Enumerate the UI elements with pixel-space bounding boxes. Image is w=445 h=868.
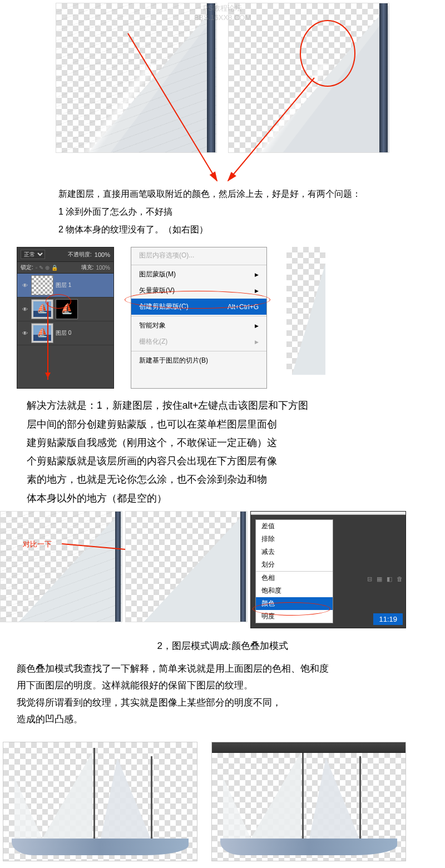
- step-2-caption: 2，图层模式调成:颜色叠加模式: [0, 628, 445, 660]
- sail-closeup-left: [56, 3, 217, 153]
- menu-item-rasterize: 栅格化(Z)▶: [131, 334, 266, 350]
- icon[interactable]: ▦: [377, 576, 382, 583]
- sail-compare-right: [125, 511, 248, 622]
- boat-result-right: [211, 742, 406, 861]
- photoshop-ui-section: 正常 不透明度: 100% 锁定: ▫ ✎ ⊕ 🔒 填充: 100% 👁 图层 …: [0, 247, 445, 389]
- layer-row-0[interactable]: 👁 图层 0: [17, 321, 113, 345]
- layers-panel: 正常 不透明度: 100% 锁定: ▫ ✎ ⊕ 🔒 填充: 100% 👁 图层 …: [17, 247, 114, 389]
- layer-thumb[interactable]: [31, 275, 53, 295]
- menu-item-layer-mask[interactable]: 图层蒙版(M)▶: [131, 266, 266, 282]
- layers-panel-header: 正常 不透明度: 100%: [17, 247, 113, 262]
- shortcut: Alt+Ctrl+G: [228, 303, 259, 311]
- blend-item-subtract[interactable]: 减去: [256, 545, 333, 558]
- menu-item-smart-object[interactable]: 智能对象▶: [131, 318, 266, 334]
- menu-item-vector-mask[interactable]: 矢量蒙版(V)▶: [131, 282, 266, 299]
- layer-name: 图层 1: [56, 281, 71, 289]
- red-circle-annotation: [300, 20, 355, 87]
- opacity-label: 不透明度:: [68, 251, 92, 259]
- compare-images-row: 对比一下 差值 排除 减去 划分 色相 饱和度 颜色 明度 ⊟ ▦ ◧ 🗑 11…: [0, 511, 445, 628]
- visibility-icon[interactable]: 👁: [21, 329, 29, 337]
- submenu-arrow-icon: ▶: [255, 323, 259, 329]
- layer-name: 图层 0: [56, 329, 71, 337]
- compare-annotation: 对比一下: [23, 539, 52, 549]
- red-arrow-annotation: [47, 302, 48, 380]
- blend-item-hue[interactable]: 色相: [256, 572, 333, 584]
- visibility-icon[interactable]: 👁: [21, 281, 29, 289]
- blend-mode-select[interactable]: 正常: [21, 250, 45, 259]
- layer-row-1[interactable]: 👁 图层 1: [17, 274, 113, 297]
- icon[interactable]: ◧: [387, 576, 392, 583]
- blend-item-saturation[interactable]: 饱和度: [256, 584, 333, 597]
- submenu-arrow-icon: ▶: [255, 339, 259, 345]
- watermark: PS教程论坛 BBS.16XX8.COM: [194, 3, 251, 22]
- blend-item-difference[interactable]: 差值: [256, 520, 333, 533]
- blend-item-exclusion[interactable]: 排除: [256, 533, 333, 545]
- menu-item-layer-content: 图层内容选项(O)...: [131, 247, 266, 264]
- submenu-arrow-icon: ▶: [255, 272, 259, 277]
- layer-thumb[interactable]: [31, 323, 53, 343]
- text-block-2: 解决方法就是：1，新建图层，按住alt+左键点击该图层和下方图 层中间的部分创建…: [0, 389, 445, 511]
- time-indicator: 11:19: [373, 613, 403, 625]
- trash-icon[interactable]: 🗑: [397, 576, 403, 583]
- panel-icons: ⊟ ▦ ◧ 🗑: [367, 576, 403, 583]
- context-menu: 图层内容选项(O)... 图层蒙版(M)▶ 矢量蒙版(V)▶ 创建剪贴蒙版(C)…: [131, 247, 267, 389]
- paragraph: 新建图层，直接用画笔吸取附近的颜色，然后涂上去，好是好，有两个问题：: [58, 186, 387, 202]
- blend-item-divide[interactable]: 划分: [256, 558, 333, 571]
- lock-fill-row: 锁定: ▫ ✎ ⊕ 🔒 填充: 100%: [17, 262, 113, 274]
- result-boats-row: [0, 728, 445, 867]
- text-block-3: 颜色叠加模式我查找了一下解释，简单来说就是用上面图层的色相、饱和度 用下面图层的…: [0, 660, 445, 728]
- sail-compare-left: 对比一下: [0, 511, 122, 622]
- menu-item-new-slice[interactable]: 新建基于图层的切片(B): [131, 353, 266, 369]
- boat-result-left: [3, 742, 197, 861]
- opacity-value: 100%: [95, 251, 110, 258]
- submenu-arrow-icon: ▶: [255, 288, 259, 294]
- sail-snippet: [286, 247, 325, 375]
- visibility-icon[interactable]: 👁: [21, 305, 29, 313]
- sail-closeup-right: [228, 3, 389, 153]
- red-ellipse-annotation: [253, 602, 330, 616]
- paragraph: 2 物体本身的纹理没有了。（如右图）: [58, 222, 387, 238]
- top-sail-images: [0, 0, 445, 156]
- paragraph: 1 涂到外面了怎么办，不好搞: [58, 204, 387, 220]
- text-block-1: 新建图层，直接用画笔吸取附近的颜色，然后涂上去，好是好，有两个问题： 1 涂到外…: [0, 156, 445, 247]
- blend-mode-panel: 差值 排除 减去 划分 色相 饱和度 颜色 明度 ⊟ ▦ ◧ 🗑 11:19: [250, 511, 406, 628]
- menu-item-clipping-mask[interactable]: 创建剪贴蒙版(C)Alt+Ctrl+G: [131, 299, 266, 315]
- icon[interactable]: ⊟: [367, 576, 372, 583]
